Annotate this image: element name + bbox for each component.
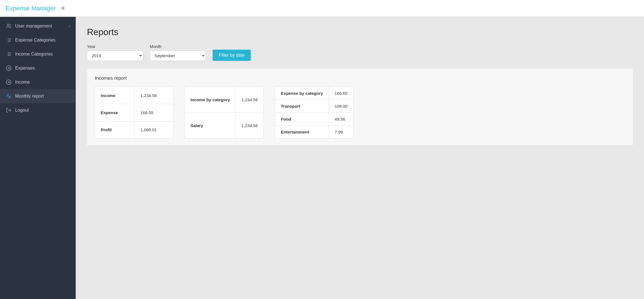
row-value: 49.56 <box>329 113 353 126</box>
row-label: Profit <box>95 121 135 138</box>
header-value: 1,234.56 <box>236 87 263 113</box>
row-label: Income <box>95 87 135 104</box>
row-label: Transport <box>275 100 329 113</box>
header-label: Income by category <box>185 87 236 113</box>
table-row: Income1,234.56 <box>95 87 173 104</box>
sidebar-item-income-categories[interactable]: Income Categories <box>0 47 76 61</box>
sidebar-item-monthly-report[interactable]: Monthly report <box>0 89 76 103</box>
report-card: Incomes report Income1,234.56Expense166.… <box>87 69 633 145</box>
row-value: 166.55 <box>135 104 173 121</box>
tables-row: Income1,234.56Expense166.55Profit1,068.0… <box>95 87 625 139</box>
chevron-icon: ‹ <box>69 24 70 28</box>
summary-table: Income1,234.56Expense166.55Profit1,068.0… <box>95 87 173 139</box>
app-title: Expense Manager <box>6 5 56 12</box>
arrow-right-icon-expenses <box>6 65 12 71</box>
content-area: Reports Year 2017 2018 2019 2020 Month J… <box>76 17 644 299</box>
top-nav: Expense Manager ≡ <box>0 0 644 17</box>
sidebar: User management ‹ Expense Categories Inc… <box>0 17 76 299</box>
page-title: Reports <box>87 27 633 37</box>
table-row: Food49.56 <box>275 113 353 126</box>
report-section-title: Incomes report <box>95 75 625 81</box>
users-icon <box>6 23 12 29</box>
sidebar-label-income-categories: Income Categories <box>15 52 70 57</box>
row-label: Entertainment <box>275 126 329 139</box>
main-layout: User management ‹ Expense Categories Inc… <box>0 17 644 299</box>
row-value: 1,234.56 <box>236 113 263 139</box>
year-select[interactable]: 2017 2018 2019 2020 <box>87 50 143 61</box>
hamburger-icon[interactable]: ≡ <box>61 5 65 12</box>
row-label: Food <box>275 113 329 126</box>
sidebar-label-user-management: User management <box>15 24 65 29</box>
income-by-category-table: Income by category1,234.56Salary1,234.56 <box>185 87 264 139</box>
table-row: Expense166.55 <box>95 104 173 121</box>
expense-by-category-table: Expense by category166.55Transport109.00… <box>275 87 353 139</box>
year-filter-group: Year 2017 2018 2019 2020 <box>87 44 143 61</box>
arrow-right-icon-income <box>6 79 12 85</box>
table-row: Profit1,068.01 <box>95 121 173 138</box>
sidebar-label-income: Income <box>15 80 70 85</box>
chart-icon <box>6 93 12 99</box>
sidebar-label-monthly-report: Monthly report <box>15 94 70 99</box>
row-value: 109.00 <box>329 100 353 113</box>
row-label: Salary <box>185 113 236 139</box>
month-filter-group: Month JanuaryFebruaryMarch AprilMayJune … <box>150 44 206 61</box>
list-icon-income <box>6 51 12 57</box>
sidebar-item-user-management[interactable]: User management ‹ <box>0 19 76 33</box>
month-select[interactable]: JanuaryFebruaryMarch AprilMayJune JulyAu… <box>150 50 206 61</box>
sidebar-item-logout[interactable]: Logout <box>0 103 76 117</box>
row-label: Expense <box>95 104 135 121</box>
sidebar-label-expense-categories: Expense Categories <box>15 38 70 43</box>
row-value: 1,068.01 <box>135 121 173 138</box>
row-value: 7.99 <box>329 126 353 139</box>
header-value: 166.55 <box>329 87 353 100</box>
table-header-row: Expense by category166.55 <box>275 87 353 100</box>
table-header-row: Income by category1,234.56 <box>185 87 264 113</box>
row-value: 1,234.56 <box>135 87 173 104</box>
filter-by-date-button[interactable]: Filter by date <box>213 50 251 61</box>
month-label: Month <box>150 44 206 49</box>
svg-point-0 <box>7 24 9 26</box>
sidebar-label-expenses: Expenses <box>15 66 70 71</box>
logout-icon <box>6 107 12 113</box>
list-icon-expense <box>6 37 12 43</box>
sidebar-item-expense-categories[interactable]: Expense Categories <box>0 33 76 47</box>
table-row: Entertainment7.99 <box>275 126 353 139</box>
table-row: Salary1,234.56 <box>185 113 264 139</box>
header-label: Expense by category <box>275 87 329 100</box>
filter-row: Year 2017 2018 2019 2020 Month JanuaryFe… <box>87 44 633 61</box>
sidebar-item-expenses[interactable]: Expenses <box>0 61 76 75</box>
sidebar-label-logout: Logout <box>15 108 70 113</box>
year-label: Year <box>87 44 143 49</box>
table-row: Transport109.00 <box>275 100 353 113</box>
sidebar-item-income[interactable]: Income <box>0 75 76 89</box>
